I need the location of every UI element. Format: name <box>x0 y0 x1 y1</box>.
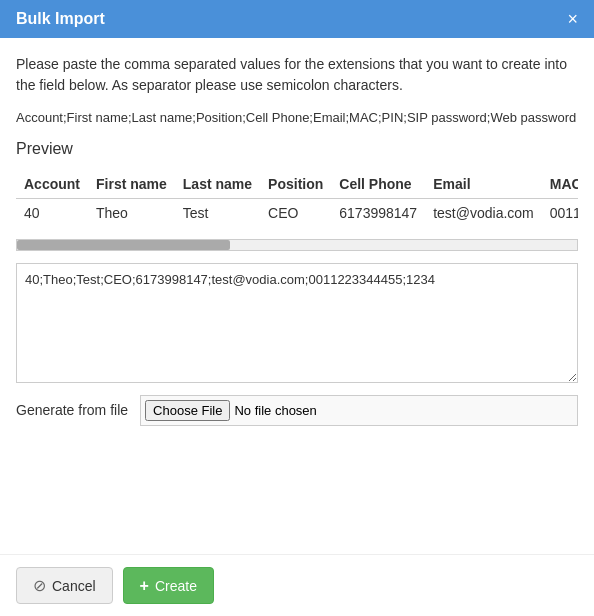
csv-textarea[interactable] <box>16 263 578 383</box>
modal-footer: ⊘ Cancel + Create <box>0 554 594 616</box>
modal-header: Bulk Import × <box>0 0 594 38</box>
table-cell: Theo <box>88 198 175 227</box>
file-input[interactable] <box>140 395 578 426</box>
generate-from-file-label: Generate from file <box>16 402 128 418</box>
field-hint: Account;First name;Last name;Position;Ce… <box>16 108 578 128</box>
plus-icon: + <box>140 577 149 595</box>
table-cell: 0011223344 <box>542 198 578 227</box>
col-position: Position <box>260 170 331 199</box>
col-first-name: First name <box>88 170 175 199</box>
description-line1: Please paste the comma separated values … <box>16 54 578 96</box>
bulk-import-modal: Bulk Import × Please paste the comma sep… <box>0 0 594 616</box>
create-label: Create <box>155 578 197 594</box>
preview-table-container: Account First name Last name Position Ce… <box>16 170 578 227</box>
cancel-icon: ⊘ <box>33 576 46 595</box>
table-cell: 6173998147 <box>331 198 425 227</box>
horizontal-scrollbar[interactable] <box>16 239 578 251</box>
scrollbar-thumb <box>17 240 230 250</box>
modal-title: Bulk Import <box>16 10 105 28</box>
col-cell-phone: Cell Phone <box>331 170 425 199</box>
col-account: Account <box>16 170 88 199</box>
table-row: 40TheoTestCEO6173998147test@vodia.com001… <box>16 198 578 227</box>
table-header-row: Account First name Last name Position Ce… <box>16 170 578 199</box>
preview-title: Preview <box>16 140 578 158</box>
close-button[interactable]: × <box>567 10 578 28</box>
modal-body: Please paste the comma separated values … <box>0 38 594 554</box>
generate-from-file-row: Generate from file <box>16 395 578 426</box>
cancel-label: Cancel <box>52 578 96 594</box>
col-email: Email <box>425 170 542 199</box>
table-cell: 40 <box>16 198 88 227</box>
preview-table: Account First name Last name Position Ce… <box>16 170 578 227</box>
col-last-name: Last name <box>175 170 260 199</box>
cancel-button[interactable]: ⊘ Cancel <box>16 567 113 604</box>
table-cell: CEO <box>260 198 331 227</box>
file-input-wrapper <box>140 395 578 426</box>
col-mac: MAC <box>542 170 578 199</box>
table-cell: Test <box>175 198 260 227</box>
create-button[interactable]: + Create <box>123 567 214 604</box>
table-cell: test@vodia.com <box>425 198 542 227</box>
